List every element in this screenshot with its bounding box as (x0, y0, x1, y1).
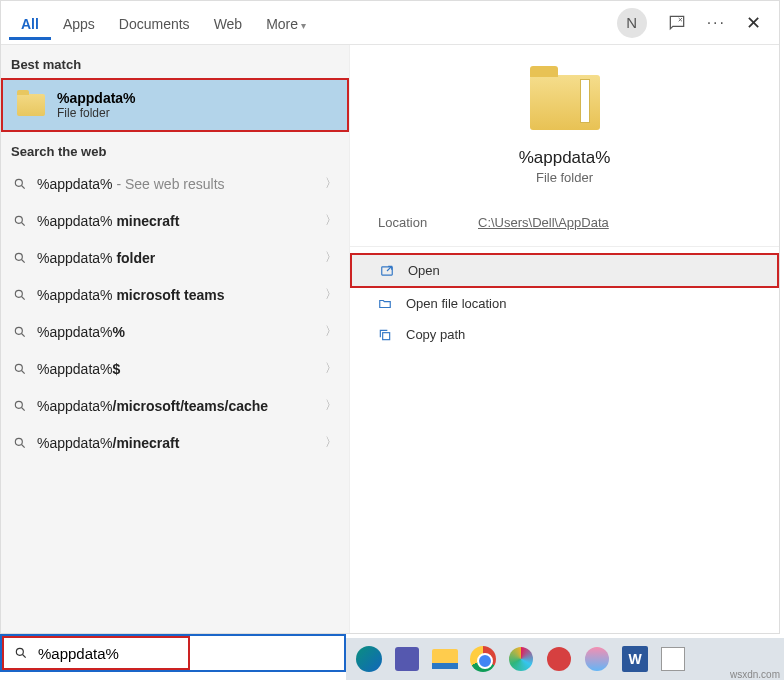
copy-icon (378, 328, 392, 342)
chevron-right-icon: 〉 (325, 249, 337, 266)
svg-line-7 (22, 296, 25, 299)
chevron-right-icon: 〉 (325, 286, 337, 303)
svg-line-19 (23, 655, 26, 658)
open-action[interactable]: Open (352, 255, 777, 286)
preview-title: %appdata% (519, 148, 611, 168)
slack-icon (509, 647, 533, 671)
taskbar-file-explorer[interactable] (428, 642, 462, 676)
svg-point-4 (15, 253, 22, 260)
taskbar-slack[interactable] (504, 642, 538, 676)
svg-line-11 (22, 370, 25, 373)
search-icon (13, 251, 27, 265)
search-panel: All Apps Documents Web More▾ N ··· ✕ Bes… (0, 0, 780, 634)
web-result[interactable]: %appdata%% 〉 (1, 313, 349, 350)
tab-documents[interactable]: Documents (107, 6, 202, 40)
tab-web[interactable]: Web (202, 6, 255, 40)
svg-rect-17 (383, 332, 390, 339)
open-icon (380, 264, 394, 278)
web-result[interactable]: %appdata%/microsoft/teams/cache 〉 (1, 387, 349, 424)
web-result[interactable]: %appdata% minecraft 〉 (1, 202, 349, 239)
copy-path-action[interactable]: Copy path (350, 319, 779, 350)
filter-tabs: All Apps Documents Web More▾ N ··· ✕ (1, 1, 779, 45)
location-label: Location (378, 215, 478, 230)
tab-more[interactable]: More▾ (254, 6, 318, 40)
location-link[interactable]: C:\Users\Dell\AppData (478, 215, 609, 230)
app-icon (585, 647, 609, 671)
search-icon (13, 436, 27, 450)
search-icon (14, 646, 28, 660)
search-input[interactable]: %appdata% (0, 634, 346, 672)
chevron-right-icon: 〉 (325, 323, 337, 340)
best-match-subtitle: File folder (57, 106, 136, 120)
search-icon (13, 288, 27, 302)
taskbar-chrome[interactable] (466, 642, 500, 676)
taskbar-app[interactable] (580, 642, 614, 676)
chevron-right-icon: 〉 (325, 212, 337, 229)
web-result[interactable]: %appdata% - See web results 〉 (1, 165, 349, 202)
chevron-right-icon: 〉 (325, 397, 337, 414)
preview-subtitle: File folder (536, 170, 593, 185)
search-icon (13, 362, 27, 376)
search-icon (13, 177, 27, 191)
more-options-icon[interactable]: ··· (707, 14, 726, 32)
watermark: wsxdn.com (730, 669, 780, 680)
best-match-label: Best match (1, 45, 349, 78)
taskbar-app[interactable] (542, 642, 576, 676)
svg-point-0 (15, 179, 22, 186)
chevron-right-icon: 〉 (325, 434, 337, 451)
svg-point-10 (15, 364, 22, 371)
search-icon (13, 214, 27, 228)
preview-pane: %appdata% File folder Location C:\Users\… (349, 45, 779, 633)
feedback-icon[interactable] (667, 13, 687, 33)
taskbar: W (346, 638, 784, 680)
web-result[interactable]: %appdata%$ 〉 (1, 350, 349, 387)
svg-point-8 (15, 327, 22, 334)
web-result[interactable]: %appdata% folder 〉 (1, 239, 349, 276)
chevron-right-icon: 〉 (325, 175, 337, 192)
folder-icon (17, 94, 45, 116)
search-icon (13, 325, 27, 339)
notepad-icon (661, 647, 685, 671)
search-web-label: Search the web (1, 132, 349, 165)
tab-apps[interactable]: Apps (51, 6, 107, 40)
svg-point-6 (15, 290, 22, 297)
svg-point-14 (15, 438, 22, 445)
svg-point-18 (16, 648, 23, 655)
chevron-down-icon: ▾ (301, 20, 306, 31)
folder-open-icon (378, 297, 392, 311)
tab-all[interactable]: All (9, 6, 51, 40)
svg-line-9 (22, 333, 25, 336)
svg-line-13 (22, 407, 25, 410)
edge-icon (356, 646, 382, 672)
word-icon: W (622, 646, 648, 672)
svg-line-5 (22, 259, 25, 262)
search-icon (13, 399, 27, 413)
taskbar-teams[interactable] (390, 642, 424, 676)
results-list: Best match %appdata% File folder Search … (1, 45, 349, 633)
svg-line-1 (22, 185, 25, 188)
user-avatar[interactable]: N (617, 8, 647, 38)
taskbar-edge[interactable] (352, 642, 386, 676)
file-explorer-icon (432, 649, 458, 669)
svg-point-12 (15, 401, 22, 408)
teams-icon (395, 647, 419, 671)
open-file-location-action[interactable]: Open file location (350, 288, 779, 319)
svg-line-3 (22, 222, 25, 225)
web-result[interactable]: %appdata%/minecraft 〉 (1, 424, 349, 461)
web-result[interactable]: %appdata% microsoft teams 〉 (1, 276, 349, 313)
chevron-right-icon: 〉 (325, 360, 337, 377)
app-icon (547, 647, 571, 671)
svg-line-15 (22, 444, 25, 447)
svg-point-2 (15, 216, 22, 223)
taskbar-word[interactable]: W (618, 642, 652, 676)
folder-icon (530, 75, 600, 130)
best-match-title: %appdata% (57, 90, 136, 106)
taskbar-notepad[interactable] (656, 642, 690, 676)
best-match-result[interactable]: %appdata% File folder (3, 80, 347, 130)
search-value: %appdata% (38, 645, 119, 662)
chrome-icon (470, 646, 496, 672)
close-icon[interactable]: ✕ (746, 12, 761, 34)
